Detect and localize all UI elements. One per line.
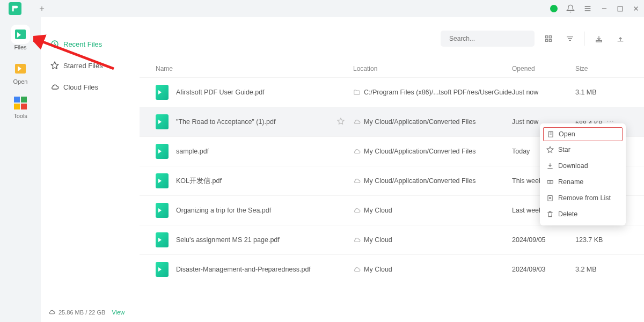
- navrail-item-tools[interactable]: Tools: [8, 96, 33, 119]
- file-icon: [156, 173, 169, 188]
- main-toolbar: [140, 17, 644, 60]
- ctx-star[interactable]: Star: [540, 142, 626, 158]
- sidebar-item-starred[interactable]: Starred Files: [41, 55, 140, 76]
- cloud-icon: [353, 207, 361, 214]
- maximize-icon[interactable]: [617, 5, 624, 12]
- storage-status: 25.86 MB / 22 GB View: [48, 309, 125, 316]
- file-name: Organizing a trip for the Sea.pdf: [176, 207, 271, 214]
- ctx-delete[interactable]: Delete: [540, 206, 626, 222]
- minimize-icon[interactable]: [601, 5, 608, 12]
- col-header-name[interactable]: Name: [156, 65, 353, 72]
- svg-rect-3: [546, 36, 548, 38]
- table-header: Name Location Opened Size: [140, 60, 644, 77]
- app-logo[interactable]: [9, 2, 21, 15]
- cloud-icon: [353, 177, 361, 185]
- titlebar-actions: [550, 4, 640, 13]
- close-icon[interactable]: [632, 5, 640, 12]
- file-name: Selu's assignment MS 21 page.pdf: [176, 236, 280, 244]
- context-menu: Open Star Download Rename Remove from Li…: [540, 123, 626, 225]
- col-header-location[interactable]: Location: [353, 65, 512, 72]
- search-input[interactable]: [449, 35, 530, 42]
- file-opened: 2024/09/03: [512, 266, 575, 273]
- svg-rect-7: [596, 40, 602, 42]
- cloud-icon: [353, 266, 361, 273]
- cloud-icon: [353, 118, 361, 126]
- search-input-wrap[interactable]: [441, 31, 535, 47]
- ctx-open[interactable]: Open: [543, 127, 623, 141]
- file-location: My Cloud/Application/Converted Files: [364, 177, 475, 185]
- star-icon[interactable]: [337, 118, 345, 127]
- navrail-item-files[interactable]: Files: [8, 27, 33, 50]
- file-name: "The Road to Acceptance" (1).pdf: [176, 118, 275, 126]
- sort-icon[interactable]: [562, 31, 577, 46]
- svg-rect-0: [618, 6, 623, 11]
- sidebar-item-cloud[interactable]: Cloud Files: [41, 76, 140, 98]
- file-opened: 2024/09/05: [512, 236, 575, 244]
- ctx-download[interactable]: Download: [540, 158, 626, 174]
- import-icon[interactable]: [591, 31, 606, 46]
- cloud-icon: [353, 148, 361, 155]
- table-row[interactable]: Selu's assignment MS 21 page.pdf My Clou…: [140, 225, 644, 254]
- divider: [584, 31, 585, 46]
- table-row[interactable]: Afirstsoft PDF User Guide.pdf C:/Program…: [140, 77, 644, 107]
- upload-icon[interactable]: [613, 31, 628, 46]
- ctx-rename[interactable]: Rename: [540, 174, 626, 190]
- svg-rect-6: [549, 39, 551, 41]
- svg-point-10: [612, 121, 613, 122]
- svg-point-9: [610, 121, 611, 122]
- folder-icon: [353, 89, 361, 96]
- file-icon: [156, 85, 169, 100]
- file-icon: [156, 203, 169, 218]
- status-indicator-icon[interactable]: [550, 5, 558, 12]
- file-size: 3.2 MB: [575, 266, 628, 273]
- file-location: My Cloud/Application/Converted Files: [364, 118, 475, 126]
- bell-icon[interactable]: [566, 4, 575, 13]
- file-location: C:/Program Files (x86)/...tsoft PDF/res/…: [364, 89, 512, 96]
- table-row[interactable]: Disaster-Management-and-Preparedness.pdf…: [140, 254, 644, 284]
- file-icon: [156, 232, 169, 247]
- ctx-remove[interactable]: Remove from List: [540, 190, 626, 206]
- file-location: My Cloud: [364, 266, 392, 273]
- svg-rect-5: [546, 39, 548, 41]
- file-opened: Just now: [512, 89, 575, 96]
- svg-point-8: [608, 121, 609, 122]
- file-icon: [156, 144, 169, 159]
- file-location: My Cloud: [364, 207, 392, 214]
- svg-rect-4: [549, 36, 551, 38]
- file-location: My Cloud/Application/Converted Files: [364, 148, 475, 155]
- file-icon: [156, 262, 169, 277]
- menu-icon[interactable]: [583, 4, 592, 13]
- file-icon: [156, 114, 169, 129]
- file-name: sample.pdf: [176, 148, 209, 155]
- navrail-item-open[interactable]: Open: [8, 61, 33, 85]
- storage-view-link[interactable]: View: [112, 309, 125, 316]
- col-header-opened[interactable]: Opened: [512, 65, 575, 72]
- col-header-size[interactable]: Size: [575, 65, 628, 72]
- sub-sidebar: Recent Files Starred Files Cloud Files 2…: [41, 17, 140, 322]
- file-name: Afirstsoft PDF User Guide.pdf: [176, 89, 265, 96]
- sidebar-item-recent[interactable]: Recent Files: [41, 33, 140, 55]
- file-size: 3.1 MB: [575, 89, 628, 96]
- cloud-icon: [353, 236, 361, 244]
- grid-view-icon[interactable]: [541, 31, 556, 46]
- file-location: My Cloud: [364, 236, 392, 244]
- storage-text: 25.86 MB / 22 GB: [58, 309, 105, 316]
- file-name: KOL开发信.pdf: [176, 177, 222, 186]
- file-name: Disaster-Management-and-Preparedness.pdf: [176, 266, 311, 273]
- titlebar: [0, 0, 644, 17]
- file-size: 123.7 KB: [575, 236, 628, 244]
- new-tab-button[interactable]: [34, 1, 49, 16]
- nav-rail: Files Open Tools: [0, 17, 41, 322]
